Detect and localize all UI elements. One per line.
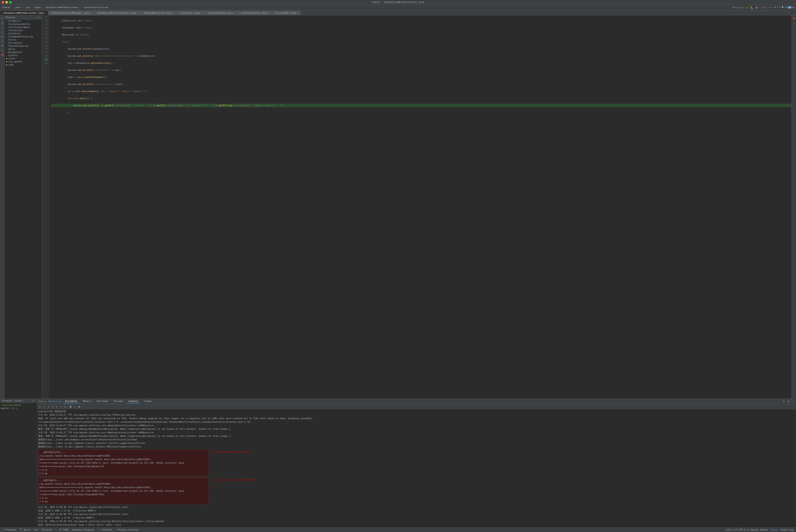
warnings-badge[interactable]: △6 <box>788 6 792 8</box>
build-button[interactable]: 🔨 Build <box>19 528 32 531</box>
build-icon: 🔨 <box>20 529 22 531</box>
tab-close-0[interactable]: × <box>45 12 46 14</box>
event-log-button[interactable]: Event Log <box>780 528 794 531</box>
tab-close-5[interactable]: × <box>234 12 235 14</box>
tab-overhead[interactable]: Overhead <box>95 399 110 403</box>
tab-datasource-method[interactable]: m DataSourceMethodListener.java × <box>0 11 48 15</box>
tree-item-testwebxml[interactable]: ☕ TestWebXmlOrdering <box>4 35 42 38</box>
tree-item-ziptest[interactable]: ☕ ZipTest <box>4 54 42 57</box>
terminal-minimize-icon[interactable]: − <box>35 399 36 402</box>
git-status-button[interactable]: Git <box>33 528 39 531</box>
debug-run-button[interactable]: 🐛 <box>750 6 754 10</box>
todo-button[interactable]: ☰ TODO <box>59 528 69 531</box>
bookmarks-icon[interactable]: 🔖 <box>792 16 796 20</box>
breadcrumb-listener[interactable]: DataSourceMethodListener <box>44 6 80 9</box>
pin-icon[interactable]: 📌 <box>0 53 4 57</box>
tab-variables[interactable]: Variables <box>63 399 79 403</box>
tree-item-testmatch[interactable]: ☕ TestMatch <box>4 20 42 23</box>
tree-item-testoutputbuffer[interactable]: ☕ TestOutputBuffer <box>4 23 42 26</box>
big-data-icon[interactable]: ≡ <box>0 48 4 52</box>
step-out-button[interactable]: ↑ <box>55 405 59 408</box>
breadcrumb-project[interactable]: tomcat <box>1 6 12 9</box>
debug-filter-icon[interactable]: ▽ <box>782 400 785 403</box>
tab-close-6[interactable]: × <box>268 12 270 14</box>
tab-servletdef[interactable]: j ServletDef.java × <box>272 11 301 15</box>
profiler-button[interactable]: Profiler <box>41 528 53 531</box>
tab-constants[interactable]: j core/Constants.java × <box>237 11 272 15</box>
breadcrumb-method[interactable]: contextInitialized <box>82 6 109 9</box>
tab-default-instance[interactable]: j DefaultInstanceManager.java × <box>48 11 94 15</box>
run-to-cursor-button[interactable]: ⇒ <box>59 405 63 408</box>
tree-item-logs[interactable]: ▶ logs <box>4 63 42 66</box>
tab-frames[interactable]: Frames <box>142 399 154 403</box>
terminal-settings-icon[interactable]: ⚙ <box>33 399 34 402</box>
tab-close-2[interactable]: × <box>137 12 139 14</box>
force-step-into-button[interactable]: ⇓ <box>51 405 54 408</box>
breadcrumb-com[interactable]: com <box>24 6 31 9</box>
codes-icon[interactable]: </> <box>0 35 4 39</box>
project-icon[interactable]: P <box>0 16 4 20</box>
tab-threads[interactable]: Threads <box>112 399 125 403</box>
debug-collapse-icon[interactable]: − <box>791 400 795 403</box>
maximize-button[interactable] <box>9 1 12 3</box>
pull-requests-icon[interactable]: ↕ <box>0 25 4 30</box>
sequence-diagram-button[interactable]: Sequence Diagram <box>71 528 95 531</box>
close-button[interactable] <box>2 1 4 3</box>
java-file-icon12: ☕ <box>6 54 7 57</box>
evaluate-button[interactable]: = <box>63 405 67 408</box>
tree-item-testvalve[interactable]: ☕ TestValve <box>4 32 42 35</box>
tab-containerbase[interactable]: j ContainerBase.java × <box>204 11 237 15</box>
code-editor[interactable]: Connection con = null; Statement stmt = … <box>50 15 792 399</box>
tab-memory[interactable]: Memory <box>81 399 93 403</box>
minimize-button[interactable] <box>5 1 8 3</box>
debug-settings-icon[interactable]: ⚙ <box>786 400 790 403</box>
tree-item-testxx[interactable]: ☕ Testxx <box>4 38 42 41</box>
breadcrumb-luban[interactable]: luban <box>33 6 42 9</box>
database-icon[interactable]: 🗄 <box>0 44 4 48</box>
console-line: bbb==========================org.apache.… <box>39 486 208 489</box>
tree-item-windowtest[interactable]: ☕ WindowTest <box>4 51 42 54</box>
console-output[interactable]: countLin1es 初始化失误 十月 25, 2022 6:43:27 下午… <box>37 409 796 528</box>
tree-item-tomcatssl[interactable]: ☕ TomcatSSLServer <box>4 44 42 48</box>
project-collapse-icon[interactable]: − <box>39 16 40 19</box>
tab-console[interactable]: Console <box>127 399 140 403</box>
tab-close-1[interactable]: × <box>91 12 92 14</box>
art-icon[interactable]: ♦ <box>0 39 4 43</box>
more-tabs-button[interactable]: > <box>301 13 304 15</box>
tree-item-value[interactable]: ☕ Value <box>4 48 42 51</box>
debug-toolbar: ▶ ↷ ↓ ⇓ ↑ ⇒ = 🗑 ⬇ 🖨 <box>37 404 796 409</box>
jclasslib-icon[interactable]: ☕ <box>792 21 796 25</box>
tree-item-teststandardhost[interactable]: ☕ TestStandardHost <box>4 26 42 29</box>
structure-icon[interactable]: ⊞ <box>0 21 4 25</box>
java-file-icon9: ☕ <box>6 45 7 47</box>
step-into-button[interactable]: ↓ <box>46 405 50 408</box>
debug-mode-button[interactable]: Debug <box>770 528 779 531</box>
clear-console-button[interactable]: 🗑 <box>69 405 73 408</box>
java-file-icon10: ☕ <box>6 48 7 50</box>
breadcrumb-java[interactable]: java <box>14 6 22 9</box>
step-over-button[interactable]: ↷ <box>42 405 46 408</box>
print-button[interactable]: 🖨 <box>77 405 81 408</box>
scroll-end-button[interactable]: ⬇ <box>73 405 77 408</box>
tree-item-orgapache[interactable]: ▶ org.apache <box>4 60 42 63</box>
tab-close-3[interactable]: × <box>173 12 175 14</box>
tab-close-4[interactable]: × <box>201 12 202 14</box>
json-parser-icon[interactable]: {} <box>0 30 4 34</box>
highlight-block-1-container: ...监听开始222222.... org.apache.tomcat.dbcp… <box>38 449 795 476</box>
project-settings-icon[interactable]: ⚙ <box>37 16 39 19</box>
tab-datasource-filed[interactable]: j DataSourceFiledListener.java × <box>94 11 141 15</box>
stop-button[interactable]: ■ <box>755 6 758 10</box>
tree-item-thirdvalue[interactable]: ☕ ThirdValue <box>4 41 42 44</box>
terminal-status-button[interactable]: ⬛ Terminal <box>96 528 113 531</box>
resume-button[interactable]: ▶ <box>38 405 42 408</box>
tab-naming[interactable]: j NamingResources.java × <box>141 11 177 15</box>
terminal-local-tab[interactable]: Local <box>15 399 22 402</box>
tab-close-7[interactable]: × <box>298 12 299 14</box>
run-button[interactable]: ▶ <box>745 6 749 10</box>
tree-item-javax[interactable]: ▶ javax <box>4 57 42 60</box>
tab-container[interactable]: j Container.java × <box>176 11 204 15</box>
problems-button[interactable]: ⚠ Problems <box>2 528 17 531</box>
terminal-add-icon[interactable]: + <box>23 400 24 402</box>
java-file-icon5: ☕ <box>6 33 7 35</box>
tree-item-testuserdir[interactable]: ☕ TestUserDir <box>4 29 42 32</box>
